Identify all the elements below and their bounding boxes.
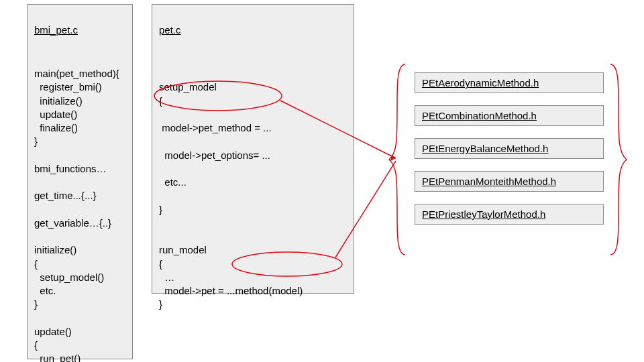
pet-c-box: pet.c setup_model { model->pet_method = …: [152, 4, 354, 294]
bmi-pet-c-title: bmi_pet.c: [34, 23, 78, 37]
arrowhead-icon: [390, 155, 396, 161]
right-brace-icon: [610, 64, 627, 255]
bmi-pet-c-code: main(pet_method){ register_bmi() initial…: [34, 68, 119, 362]
method-item: PEtEnergyBalanceMethod.h: [415, 138, 604, 159]
bmi-pet-c-box: bmi_pet.c main(pet_method){ register_bmi…: [27, 4, 133, 359]
pet-c-title: pet.c: [159, 23, 181, 37]
left-brace-icon: [389, 64, 405, 255]
method-item: PEtCombinationMethod.h: [415, 105, 604, 126]
method-item: PEtAerodynamicMethod.h: [415, 72, 604, 93]
method-item: PEtPriestleyTaylorMethod.h: [415, 204, 604, 225]
method-header-list: PEtAerodynamicMethod.h PEtCombinationMet…: [415, 72, 604, 237]
pet-c-code: setup_model { model->pet_method = ... mo…: [159, 81, 303, 310]
method-item: PEtPenmanMonteithMethod.h: [415, 171, 604, 192]
